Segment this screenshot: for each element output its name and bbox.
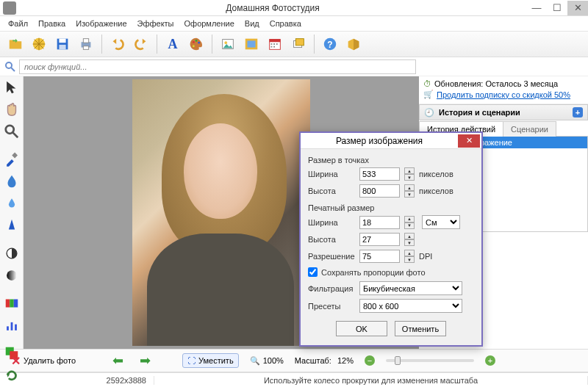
blur-tool[interactable] <box>4 195 20 211</box>
zoom-slider[interactable] <box>386 359 474 362</box>
svg-point-11 <box>193 41 195 43</box>
print-button[interactable] <box>75 33 97 55</box>
app-icon <box>3 1 16 15</box>
gradient-tool[interactable] <box>4 267 20 283</box>
color-tool[interactable] <box>4 295 20 311</box>
svg-rect-42 <box>15 325 17 330</box>
menu-help[interactable]: Справка <box>265 18 306 29</box>
levels-tool[interactable] <box>4 317 20 333</box>
hundred-percent-button[interactable]: 🔍 100% <box>245 353 289 369</box>
prev-button[interactable]: ⬅ <box>107 350 129 372</box>
minimize-button[interactable]: — <box>526 1 547 15</box>
history-panel-header: 🕘 История и сценарии + <box>419 104 588 120</box>
search-icon <box>4 61 16 73</box>
zoom-in-button[interactable]: + <box>480 352 501 369</box>
ok-button[interactable]: OK <box>336 321 387 336</box>
bottom-toolbar: ✕ Удалить фото ⬅ ➡ ⛶ Уместить 🔍 100% Мас… <box>0 349 588 372</box>
menu-effects[interactable]: Эффекты <box>132 18 179 29</box>
menu-decor[interactable]: Оформление <box>179 18 240 29</box>
svg-point-30 <box>6 62 12 68</box>
menu-edit[interactable]: Правка <box>33 18 71 29</box>
svg-line-31 <box>11 68 15 71</box>
sharpen-tool[interactable] <box>4 217 20 234</box>
svg-rect-37 <box>5 300 10 308</box>
slideshow-button[interactable] <box>287 33 309 55</box>
fit-button[interactable]: ⛶ Уместить <box>182 353 239 368</box>
print-height-input[interactable] <box>359 233 400 246</box>
height-input[interactable] <box>359 184 400 198</box>
delete-label: Удалить фото <box>24 356 76 365</box>
fit-label: Уместить <box>198 356 234 365</box>
scale-value: 12% <box>337 356 354 365</box>
tab-scenarios[interactable]: Сценарии <box>503 121 556 137</box>
zoom-icon: 🔍 <box>250 356 260 366</box>
save-button[interactable] <box>51 33 74 55</box>
cursor-tool[interactable] <box>4 79 20 95</box>
separator <box>314 35 315 54</box>
pan-tool[interactable] <box>4 101 20 117</box>
delete-photo-button[interactable]: ✕ Удалить фото <box>6 351 81 371</box>
undo-button[interactable] <box>107 33 129 55</box>
cancel-button[interactable]: Отменить <box>395 321 446 336</box>
contrast-tool[interactable] <box>4 245 20 261</box>
preset-select[interactable]: 800 x 600 <box>359 299 462 313</box>
redo-button[interactable] <box>130 33 152 55</box>
search-input[interactable] <box>19 59 416 74</box>
menu-view[interactable]: Вид <box>240 18 265 29</box>
svg-rect-25 <box>273 46 275 48</box>
zoom-tool[interactable] <box>4 123 20 140</box>
resolution-input[interactable] <box>359 250 400 263</box>
pixels-unit: пикселов <box>419 170 453 178</box>
hundred-label: 100% <box>263 356 284 365</box>
svg-rect-41 <box>10 322 12 330</box>
units-select[interactable]: См <box>422 215 460 229</box>
filter-select[interactable]: Бикубическая <box>359 281 462 295</box>
svg-rect-7 <box>59 45 65 49</box>
pwidth-spinner[interactable]: ▲▼ <box>404 216 415 229</box>
svg-rect-6 <box>59 39 65 43</box>
svg-point-12 <box>196 40 198 42</box>
keep-ratio-checkbox[interactable] <box>308 267 318 277</box>
paint-drop-tool[interactable] <box>4 173 20 189</box>
help-button[interactable]: ? <box>319 33 341 55</box>
svg-rect-39 <box>13 300 18 308</box>
print-width-input[interactable] <box>359 216 400 229</box>
menu-image[interactable]: Изображение <box>71 18 132 29</box>
width-spinner[interactable]: ▲▼ <box>404 167 415 181</box>
svg-rect-38 <box>10 300 14 308</box>
pheight-label: Высота <box>308 235 355 244</box>
height-spinner[interactable]: ▲▼ <box>404 184 415 198</box>
scale-label: Масштаб: <box>295 356 331 365</box>
next-button[interactable]: ➡ <box>135 350 156 372</box>
update-box: ⏱Обновления: Осталось 3 месяца 🛒Продлить… <box>419 76 588 104</box>
zoom-out-button[interactable]: − <box>359 352 380 369</box>
dialog-titlebar[interactable]: Размер изображения ✕ <box>301 133 481 149</box>
insert-image-button[interactable] <box>217 33 239 55</box>
fit-icon: ⛶ <box>187 356 196 365</box>
resolution-label: Разрешение <box>308 252 355 261</box>
arrow-right-icon: ➡ <box>140 352 151 369</box>
res-spinner[interactable]: ▲▼ <box>404 250 415 263</box>
menu-file[interactable]: Файл <box>3 18 33 29</box>
width-input[interactable] <box>359 167 400 181</box>
palette-button[interactable] <box>185 33 207 55</box>
dialog-close-button[interactable]: ✕ <box>458 134 480 148</box>
open-button[interactable] <box>4 33 26 55</box>
eyedropper-tool[interactable] <box>4 151 20 167</box>
pheight-spinner[interactable]: ▲▼ <box>404 233 415 246</box>
maximize-button[interactable]: ☐ <box>547 1 567 15</box>
pixels-unit-2: пикселов <box>419 187 453 195</box>
minus-icon: − <box>365 355 375 366</box>
package-button[interactable] <box>343 33 365 55</box>
close-button[interactable]: ✕ <box>567 1 588 15</box>
svg-rect-23 <box>276 43 278 45</box>
effects-button[interactable] <box>28 33 50 55</box>
extend-subscription-link[interactable]: Продлить подписку со скидкой 50% <box>437 90 570 99</box>
preset-label: Пресеты <box>308 302 355 311</box>
frame-button[interactable] <box>240 33 262 55</box>
slider-thumb[interactable] <box>395 356 401 365</box>
text-button[interactable]: A <box>162 33 184 55</box>
statusbar: 2592x3888 Используйте колесо прокрутки д… <box>0 372 588 387</box>
add-scenario-button[interactable]: + <box>573 107 583 117</box>
calendar-button[interactable] <box>264 33 286 55</box>
